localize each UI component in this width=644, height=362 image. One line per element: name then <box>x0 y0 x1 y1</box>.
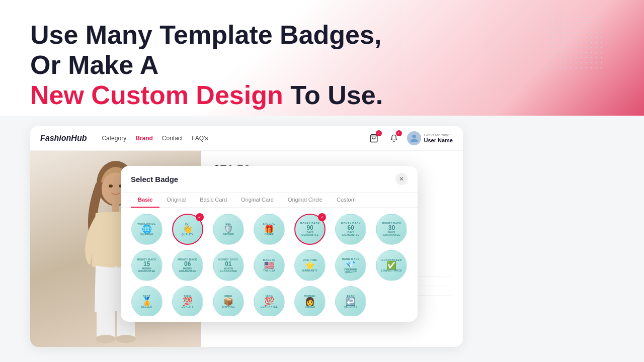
badge-free-shipping[interactable]: FREE 📦 SHIPPING <box>210 286 246 316</box>
badge-worldwide-circle: WORLDWIDE 🌐 SHIPPING <box>131 214 163 245</box>
badge-made-in-usa[interactable]: MADE IN 🇺🇸 THE USA <box>251 250 287 281</box>
badge-ssl-circle: SSL 🛡️ SECURE <box>213 214 244 245</box>
dot-pattern-decoration <box>548 15 604 70</box>
nav-right: 2 1 G <box>367 131 453 145</box>
modal-header: Select Badge ✕ <box>121 166 418 193</box>
badge-guaranteed-circle: GUARANTEED ✅ LOWEST PRICE <box>376 250 407 281</box>
badge-free-shipping-circle: FREE 📦 SHIPPING <box>213 286 244 316</box>
badge-best-seller-circle: BEST 🏅 SELLER <box>131 286 163 316</box>
badge-100-guarantee[interactable]: 100% 💯 GUARANTEE <box>251 286 287 316</box>
username-text: User Name <box>424 137 453 143</box>
tab-original[interactable]: Original <box>159 193 193 208</box>
badge-money-back-06m[interactable]: MONEY BACK 06 MONTH GUARANTEE <box>170 250 205 281</box>
cart-badge: 2 <box>376 130 382 136</box>
badge-ssl-secure[interactable]: SSL 🛡️ SECURE <box>210 214 246 245</box>
user-profile[interactable]: Good Morning! User Name <box>407 131 453 145</box>
badge-best-seller[interactable]: BEST 🏅 SELLER <box>129 286 165 316</box>
main-area: FashionHub Category Brand Contact FAQ's … <box>0 116 644 362</box>
badge-100-quality[interactable]: 100% 💯 QUALITY <box>170 286 205 316</box>
badge-easy-returns-circle: EASY ↩️ RETURNS <box>335 286 366 316</box>
hero-section: Use Many Template Badges, Or Make A New … <box>0 0 644 116</box>
select-badge-modal: Select Badge ✕ Basic Original Basic Card… <box>121 166 418 322</box>
badge-money-back-60[interactable]: MONEY BACK 60 DAYS GUARANTEE <box>333 214 369 245</box>
nav-faq[interactable]: FAQ's <box>192 135 208 142</box>
badge-usa-circle: MADE IN 🇺🇸 THE USA <box>254 250 285 281</box>
badge-grid-row2: MONEY BACK 15 MONTH GUARANTEE MONEY BACK… <box>129 250 410 281</box>
badge-guaranteed-price[interactable]: GUARANTEED ✅ LOWEST PRICE <box>374 250 410 281</box>
user-info: Good Morning! User Name <box>424 133 453 143</box>
badge-handmade-circle: HAND MADE 💎 PREMIUM QUALITY <box>335 250 366 281</box>
tab-original-card[interactable]: Original Card <box>234 193 281 208</box>
selected-check-2: ✓ <box>318 213 326 221</box>
tab-original-circle[interactable]: Original Circle <box>281 193 330 208</box>
badge-money-back-90[interactable]: ✓ MONEY BACK 90 DAYS GUARANTEE <box>292 214 328 245</box>
modal-body: WORLDWIDE 🌐 SHIPPING ✓ TOP 👋 QUALITY <box>121 208 418 316</box>
modal-close-button[interactable]: ✕ <box>395 173 408 185</box>
badge-60-circle: MONEY BACK 60 DAYS GUARANTEE <box>335 214 366 245</box>
badge-money-back-01m[interactable]: MONEY BACK 01 MONTH GUARANTEE <box>210 250 246 281</box>
badge-women-owned[interactable]: WOMEN 👩 OWNED <box>292 286 328 316</box>
cart-button[interactable]: 2 <box>367 131 381 145</box>
badge-grid-row1: WORLDWIDE 🌐 SHIPPING ✓ TOP 👋 QUALITY <box>129 214 410 245</box>
badge-special-circle: SPECIAL 🎁 OFFER <box>254 214 285 245</box>
badge-100-guarantee-circle: 100% 💯 GUARANTEE <box>254 286 285 316</box>
nav-bar: FashionHub Category Brand Contact FAQ's … <box>30 126 463 151</box>
hero-title-highlight: New Custom Design <box>30 80 283 110</box>
notification-button[interactable]: 1 <box>387 131 401 145</box>
nav-logo: FashionHub <box>40 134 87 143</box>
badge-01m-circle: MONEY BACK 01 MONTH GUARANTEE <box>213 250 244 281</box>
notif-badge: 1 <box>396 130 402 136</box>
badge-top-quality-circle: ✓ TOP 👋 QUALITY <box>172 214 203 245</box>
svg-point-11 <box>96 335 116 343</box>
nav-contact[interactable]: Contact <box>162 135 183 142</box>
selected-check-1: ✓ <box>196 213 204 221</box>
svg-point-5 <box>109 185 113 188</box>
badge-100-quality-circle: 100% 💯 QUALITY <box>172 286 203 316</box>
badge-lifetime-warranty[interactable]: LIFE TIME ⭐ WARRANTY <box>292 250 328 281</box>
modal-tabs: Basic Original Basic Card Original Card … <box>121 193 418 208</box>
badge-90-circle: ✓ MONEY BACK 90 DAYS GUARANTEE <box>294 214 326 245</box>
tab-basic[interactable]: Basic <box>131 193 159 208</box>
nav-category[interactable]: Category <box>102 135 126 142</box>
greeting-text: Good Morning! <box>424 133 453 137</box>
badge-06m-circle: MONEY BACK 06 MONTH GUARANTEE <box>172 250 203 281</box>
tab-custom[interactable]: Custom <box>330 193 363 208</box>
badge-lifetime-circle: LIFE TIME ⭐ WARRANTY <box>294 250 326 281</box>
badge-money-back-30[interactable]: MONEY BACK 30 DAYS GUARANTEE <box>374 214 410 245</box>
svg-point-1 <box>412 134 416 138</box>
badge-30-circle: MONEY BACK 30 DAYS GUARANTEE <box>376 214 407 245</box>
svg-point-12 <box>116 335 136 343</box>
badge-special-offer[interactable]: SPECIAL 🎁 OFFER <box>251 214 287 245</box>
badge-money-back-15m[interactable]: MONEY BACK 15 MONTH GUARANTEE <box>129 250 165 281</box>
badge-worldwide-shipping[interactable]: WORLDWIDE 🌐 SHIPPING <box>129 214 165 245</box>
nav-brand[interactable]: Brand <box>135 135 153 142</box>
badge-15m-circle: MONEY BACK 15 MONTH GUARANTEE <box>131 250 163 281</box>
tab-basic-card[interactable]: Basic Card <box>193 193 234 208</box>
badge-easy-returns[interactable]: EASY ↩️ RETURNS <box>333 286 369 316</box>
badge-handmade-premium[interactable]: HAND MADE 💎 PREMIUM QUALITY <box>333 250 369 281</box>
hero-title-part3: To Use. <box>290 80 383 110</box>
badge-grid-row3: BEST 🏅 SELLER 100% 💯 QUALITY <box>129 286 410 316</box>
badge-top-quality[interactable]: ✓ TOP 👋 QUALITY <box>170 214 205 245</box>
hero-title-part1: Use Many Template Badges, Or Make A <box>30 20 381 79</box>
avatar <box>407 131 421 145</box>
hero-title: Use Many Template Badges, Or Make A New … <box>30 20 408 110</box>
modal-title: Select Badge <box>131 175 178 184</box>
nav-links: Category Brand Contact FAQ's <box>102 135 356 142</box>
badge-women-circle: WOMEN 👩 OWNED <box>294 286 326 316</box>
